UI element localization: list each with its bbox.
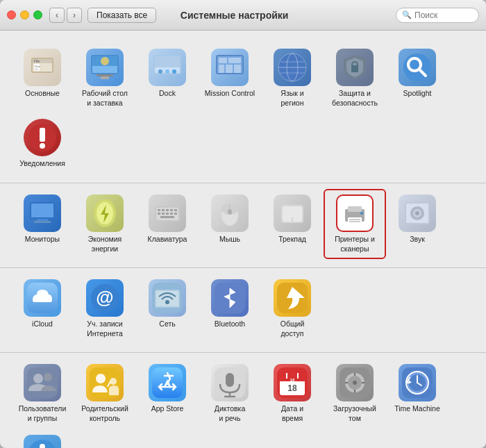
icon-bluetooth[interactable]: Bluetooth [199, 274, 261, 344]
sharing-icon [274, 279, 311, 317]
icon-energy[interactable]: Экономияэнергии [74, 189, 136, 259]
startup-icon [336, 364, 374, 401]
search-box[interactable]: 🔍 [396, 8, 479, 23]
timemachine-label: Time Machine [394, 404, 440, 414]
icon-appstore[interactable]: App Store [136, 358, 199, 429]
svg-rect-26 [234, 65, 241, 73]
icon-datetime[interactable]: 18 18 Дата ивремя [261, 358, 324, 429]
icon-printers[interactable]: Принтеры исканеры [324, 189, 386, 259]
dock-label: Dock [159, 89, 176, 99]
monitors-label: Мониторы [25, 235, 60, 244]
minimize-button[interactable] [20, 10, 29, 19]
icon-security[interactable]: Защита ибезопасность [324, 43, 386, 113]
security-label: Защита ибезопасность [332, 89, 378, 108]
svg-rect-15 [155, 56, 180, 67]
startup-label: Загрузочныйтом [333, 404, 376, 423]
svg-point-92 [96, 374, 106, 383]
parental-label: Родительскийконтроль [81, 404, 128, 423]
icon-sound[interactable]: Звук [386, 189, 449, 259]
close-button[interactable] [7, 10, 16, 19]
svg-rect-11 [97, 74, 113, 76]
network-icon [149, 279, 186, 317]
search-input[interactable] [414, 10, 477, 20]
svg-rect-43 [37, 219, 48, 221]
section-hardware: Мониторы Экономияэнергии [0, 183, 486, 268]
svg-point-17 [158, 69, 162, 74]
svg-point-109 [353, 381, 357, 385]
back-button[interactable]: ‹ [49, 8, 65, 23]
svg-point-73 [360, 212, 363, 215]
maximize-button[interactable] [33, 10, 42, 19]
icon-mouse[interactable]: Мышь [199, 189, 261, 259]
keyboard-icon [149, 194, 186, 232]
security-icon [336, 49, 374, 86]
icon-keyboard[interactable]: Клавиатура [136, 189, 199, 259]
svg-text:18: 18 [290, 378, 295, 382]
icon-mission[interactable]: Mission Control [199, 43, 261, 113]
sharing-label: Общийдоступ [280, 320, 305, 338]
icon-universal[interactable]: Универс.доступ [11, 429, 74, 448]
icon-network[interactable]: Сеть [136, 274, 199, 344]
svg-rect-51 [162, 209, 165, 211]
search-icon: 🔍 [402, 10, 412, 19]
parental-icon [86, 364, 124, 401]
svg-rect-54 [174, 209, 177, 211]
users-label: Пользователии группы [19, 404, 67, 423]
svg-point-85 [165, 300, 169, 304]
svg-rect-58 [170, 213, 173, 215]
section4-grid: Пользователии группы Родительский [11, 358, 475, 448]
svg-point-89 [33, 374, 43, 383]
accounts-icon: @ [86, 279, 124, 317]
section2-grid: Мониторы Экономияэнергии [11, 189, 475, 259]
section-personal: File New Opt Основные [0, 38, 486, 183]
energy-label: Экономияэнергии [88, 235, 122, 254]
mission-icon [211, 49, 249, 86]
content-area: File New Opt Основные [0, 31, 486, 448]
icloud-icon [24, 279, 61, 317]
icon-spotlight[interactable]: Spotlight [386, 43, 449, 113]
desktop-icon [86, 49, 124, 86]
svg-rect-23 [228, 58, 241, 63]
icon-monitors[interactable]: Мониторы [11, 189, 74, 259]
svg-rect-96 [226, 373, 234, 387]
icon-osnovnye[interactable]: File New Opt Основные [11, 43, 74, 113]
icon-timemachine[interactable]: Time Machine [386, 358, 449, 429]
icon-startup[interactable]: Загрузочныйтом [324, 358, 386, 429]
svg-rect-24 [219, 65, 224, 73]
monitors-icon [24, 194, 61, 232]
icon-lang[interactable]: Язык ирегион [261, 43, 324, 113]
icon-notif[interactable]: Уведомления [11, 113, 74, 174]
svg-rect-52 [166, 209, 169, 211]
users-icon [24, 364, 61, 401]
icloud-label: iCloud [32, 320, 53, 329]
svg-text:Opt: Opt [35, 68, 38, 71]
appstore-icon [149, 364, 186, 401]
icon-parental[interactable]: Родительскийконтроль [74, 358, 136, 429]
mouse-label: Мышь [219, 235, 240, 244]
svg-rect-39 [40, 128, 45, 142]
svg-text:File: File [34, 59, 40, 63]
icon-sharing[interactable]: Общийдоступ [261, 274, 324, 344]
svg-point-78 [415, 211, 419, 215]
icon-icloud[interactable]: iCloud [11, 274, 74, 344]
lang-icon [274, 49, 311, 86]
svg-point-40 [40, 143, 45, 149]
icon-dock[interactable]: Dock [136, 43, 199, 113]
dictation-icon [211, 364, 249, 401]
svg-point-93 [110, 378, 117, 385]
svg-point-19 [172, 69, 176, 74]
printers-label: Принтеры исканеры [335, 235, 375, 254]
icon-dictation[interactable]: Диктовкаи речь [199, 358, 261, 429]
svg-rect-25 [226, 65, 233, 73]
spotlight-icon [399, 49, 436, 86]
bluetooth-icon [211, 279, 249, 317]
icon-accounts[interactable]: @ Уч. записиИнтернета [74, 274, 136, 344]
energy-icon [86, 194, 124, 232]
datetime-label: Дата ивремя [281, 404, 303, 423]
icon-users[interactable]: Пользователии группы [11, 358, 74, 429]
mouse-icon [211, 194, 249, 232]
icon-trackpad[interactable]: Трекпад [261, 189, 324, 259]
svg-text:@: @ [96, 287, 113, 308]
icon-desktop[interactable]: Рабочий столи заставка [74, 43, 136, 113]
svg-rect-71 [349, 219, 360, 220]
